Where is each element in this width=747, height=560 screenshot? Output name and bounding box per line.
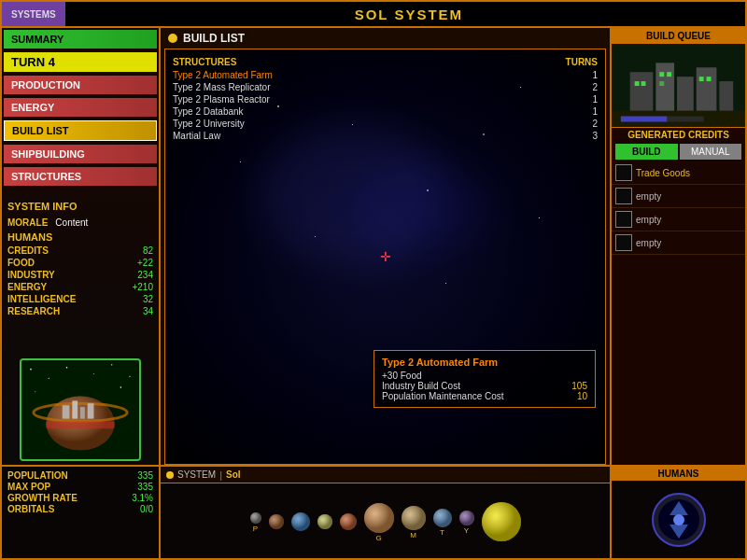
svg-rect-12 <box>63 405 70 418</box>
svg-point-2 <box>49 378 49 379</box>
shipbuilding-button[interactable]: SHIPBUILDING <box>4 145 157 163</box>
svg-point-4 <box>93 373 94 374</box>
queue-slot-label: empty <box>636 215 661 225</box>
queue-slot[interactable]: empty <box>612 231 745 255</box>
info-food-row: +30 Food <box>382 371 587 381</box>
svg-rect-27 <box>659 81 664 86</box>
svg-point-6 <box>129 376 130 377</box>
build-item-turns: 1 <box>579 94 598 105</box>
systems-button[interactable]: SYSTEMS <box>2 2 65 26</box>
planet-item[interactable] <box>339 512 358 531</box>
svg-point-5 <box>111 364 112 365</box>
build-item-name: Type 2 Plasma Reactor <box>173 94 270 105</box>
queue-slot[interactable]: empty <box>612 185 745 208</box>
stat-value: 34 <box>143 306 153 316</box>
bottom-stat-label: MAX POP <box>7 482 50 492</box>
svg-rect-13 <box>72 400 78 418</box>
planet-item[interactable] <box>481 501 522 542</box>
planet-label: T <box>440 528 444 537</box>
energy-button[interactable]: ENERGY <box>4 98 157 117</box>
stat-value: +22 <box>137 258 153 268</box>
svg-rect-20 <box>677 77 694 113</box>
svg-rect-18 <box>630 72 654 113</box>
build-item-row[interactable]: Type 2 University2 <box>173 118 598 130</box>
build-list-columns: STRUCTURES TURNS <box>173 55 598 69</box>
manual-button[interactable]: MANUAL <box>680 144 742 160</box>
build-item-row[interactable]: Type 2 Plasma Reactor1 <box>173 93 598 105</box>
pop-value: 10 <box>577 391 587 401</box>
planet-item[interactable]: T <box>432 508 453 537</box>
bottom-center: SYSTEM | Sol PGMTY <box>161 467 610 558</box>
build-queue-header: BUILD QUEUE <box>612 28 745 44</box>
left-sidebar: SUMMARY TURN 4 PRODUCTION ENERGY BUILD L… <box>2 28 161 465</box>
build-items-list: Type 2 Automated Farm1Type 2 Mass Replic… <box>173 69 598 142</box>
svg-point-46 <box>402 506 426 530</box>
svg-rect-16 <box>46 422 114 429</box>
svg-rect-28 <box>699 77 704 81</box>
planet-item[interactable]: M <box>401 505 427 539</box>
stat-value: 234 <box>137 270 153 280</box>
summary-button[interactable]: SUMMARY <box>4 30 157 49</box>
bottom-stat-row: ORBITALS0/0 <box>7 504 153 514</box>
svg-point-44 <box>364 503 394 533</box>
generated-credits-label: GENERATED CREDITS <box>612 128 745 142</box>
queue-slot-box <box>615 164 632 181</box>
system-info-title: SYSTEM INFO <box>7 201 153 212</box>
structures-col-header: STRUCTURES <box>173 57 236 67</box>
build-item-turns: 2 <box>579 119 598 129</box>
svg-rect-26 <box>667 72 671 77</box>
production-button[interactable]: PRODUCTION <box>4 76 157 94</box>
stat-row: INDUSTRY234 <box>7 270 153 280</box>
stat-row: RESEARCH34 <box>7 306 153 316</box>
planet-item[interactable]: Y <box>458 510 475 535</box>
bottom-stat-value: 335 <box>137 482 153 492</box>
bottom-stat-value: 0/0 <box>140 504 153 514</box>
build-list-button[interactable]: BUILD LIST <box>4 120 157 141</box>
system-bar: SYSTEM | Sol <box>161 467 610 483</box>
svg-point-50 <box>459 511 474 525</box>
queue-slot[interactable]: empty <box>612 208 745 231</box>
build-item-row[interactable]: Martial Law3 <box>173 130 598 142</box>
system-label: SYSTEM <box>177 469 216 480</box>
turns-col-header: TURNS <box>566 57 598 67</box>
build-item-row[interactable]: Type 2 Databank1 <box>173 105 598 118</box>
svg-rect-32 <box>621 116 667 121</box>
planet-item[interactable]: G <box>363 502 395 542</box>
planet-label: G <box>375 534 381 542</box>
build-item-row[interactable]: Type 2 Automated Farm1 <box>173 69 598 81</box>
turn-badge: TURN 4 <box>4 52 157 72</box>
build-button[interactable]: BUILD <box>615 144 678 160</box>
svg-point-36 <box>269 514 284 529</box>
stat-label: CREDITS <box>7 245 49 256</box>
build-item-row[interactable]: Type 2 Mass Replicator2 <box>173 81 598 93</box>
queue-slot[interactable]: Trade Goods <box>612 161 745 185</box>
svg-point-3 <box>66 367 68 369</box>
svg-point-34 <box>250 512 261 524</box>
structures-button[interactable]: STRUCTURES <box>4 167 157 186</box>
planet-item[interactable] <box>268 513 285 530</box>
planet-item[interactable] <box>290 511 311 532</box>
svg-rect-29 <box>707 77 712 81</box>
build-item-name: Type 2 Databank <box>173 106 244 117</box>
industry-label: Industry Build Cost <box>382 381 460 391</box>
food-label: +30 Food <box>382 371 422 381</box>
svg-rect-21 <box>697 67 717 113</box>
stat-rows: CREDITS82FOOD+22INDUSTRY234ENERGY+210INT… <box>7 245 153 316</box>
build-queue-image <box>612 44 745 128</box>
planet-item[interactable] <box>317 513 333 530</box>
planet-item[interactable]: P <box>249 511 262 533</box>
svg-rect-15 <box>88 403 94 418</box>
build-item-turns: 2 <box>579 82 598 92</box>
build-item-turns: 3 <box>579 131 598 141</box>
queue-slot-label: empty <box>636 238 661 248</box>
build-item-name: Type 2 Automated Farm <box>173 70 273 80</box>
svg-point-48 <box>433 509 452 527</box>
svg-rect-22 <box>719 81 733 114</box>
system-title: SOL SYSTEM <box>73 7 745 22</box>
stat-value: +210 <box>132 282 153 292</box>
queue-slots: Trade Goodsemptyemptyempty <box>612 161 745 255</box>
planet-label: M <box>410 531 416 539</box>
svg-point-38 <box>291 512 310 531</box>
humans-bar: HUMANS <box>612 467 745 481</box>
bottom-right: HUMANS <box>610 467 745 558</box>
